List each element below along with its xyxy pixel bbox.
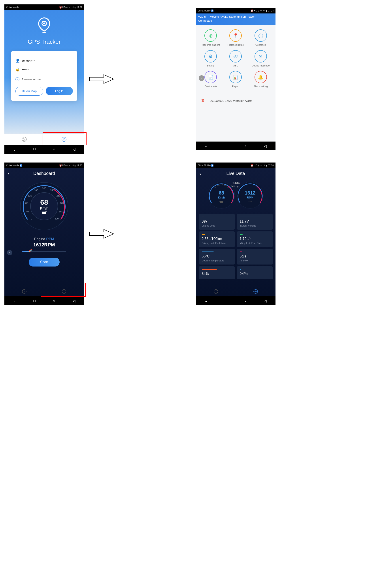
menu-item-setting[interactable]: ⚙Setting — [199, 50, 222, 67]
nav-back-icon[interactable]: ◁ — [73, 299, 75, 303]
status-icons: ⏰ HD ⚙ ᯤ ⁴ᴳ ▮ — [59, 164, 76, 167]
login-card: 👤 057044** 🔒 •••••• ✓ Remember me Baidu … — [11, 51, 77, 101]
dashboard-screen-phone: China Mobile ● ⏰ HD ⚙ ᯤ ⁴ᴳ ▮ 17:28 ‹ Das… — [4, 163, 84, 305]
nav-back-icon[interactable]: ◁ — [73, 147, 75, 151]
svg-text:240: 240 — [50, 189, 54, 192]
nav-recent-icon[interactable]: □ — [225, 299, 227, 303]
nav-down-icon[interactable]: ⌄ — [13, 299, 16, 303]
svg-text:100: 100 — [214, 187, 216, 188]
flow-arrow-icon — [88, 228, 115, 239]
data-card-battery-voltage[interactable]: 11.7VBattery Voltage — [237, 214, 273, 230]
svg-text:68: 68 — [40, 198, 48, 206]
id-login-tab[interactable]: ID — [44, 134, 84, 145]
svg-text:160: 160 — [34, 189, 38, 192]
nav-down-icon[interactable]: ⌄ — [205, 299, 207, 303]
engine-rpm-label: Engine RPM — [4, 237, 84, 241]
nav-recent-icon[interactable]: □ — [33, 147, 36, 151]
nav-home-icon[interactable]: ○ — [53, 299, 55, 303]
status-bar: China Mobile ⏰ HD ⚙ ᯤ ⁴ᴳ ▮ 17:27 — [4, 4, 84, 10]
svg-text:320: 320 — [60, 202, 63, 205]
check-icon: ✓ — [16, 77, 20, 81]
nav-home-icon[interactable]: ○ — [244, 144, 247, 148]
data-card-value[interactable]: 54% — [199, 266, 235, 279]
android-nav-bar: ⌄ □ ○ ◁ — [4, 296, 84, 305]
nav-down-icon[interactable]: ⌄ — [205, 144, 207, 148]
svg-rect-2 — [42, 32, 46, 33]
svg-text:68: 68 — [219, 190, 224, 196]
svg-point-36 — [250, 201, 251, 202]
svg-point-37 — [251, 201, 252, 202]
android-nav-bar: ⌄ □ ○ ◁ — [4, 145, 84, 154]
svg-text:Km/h: Km/h — [218, 196, 224, 199]
nav-home-icon[interactable]: ○ — [244, 299, 247, 303]
svg-text:Km/h: Km/h — [40, 207, 48, 210]
app-title: GPS Tracker — [28, 39, 61, 45]
nav-back-icon[interactable]: ◁ — [264, 144, 267, 148]
status-icons: ⏰ HD ⚙ ᯤ ⁴ᴳ ▮ — [59, 6, 76, 9]
nav-home-icon[interactable]: ○ — [53, 147, 55, 151]
svg-text:250: 250 — [224, 184, 227, 186]
dashboard-tab[interactable] — [196, 286, 236, 296]
menu-item-report[interactable]: 📊Report — [224, 71, 247, 88]
data-card-air-flow[interactable]: 5g/sAir Flow — [237, 249, 273, 265]
svg-text:RPM: RPM — [247, 196, 253, 199]
password-input[interactable]: 🔒 •••••• — [16, 65, 73, 74]
data-card-coolant-temperature[interactable]: 56°CCoolant Temperature — [199, 249, 235, 265]
user-icon: 👤 — [16, 59, 20, 63]
livedata-tab[interactable] — [236, 286, 276, 296]
menu-item-device-message[interactable]: ✉Device message — [249, 50, 272, 67]
device-status-header: V20-5 Moving Awake State,Ignition,Power … — [196, 14, 276, 25]
remember-me-checkbox[interactable]: ✓ Remember me — [16, 74, 73, 84]
rocket-icon: 🚀 — [29, 249, 32, 252]
status-bar: China Mobile ● ⏰ HD ⚙ ᯤ ⁴ᴳ ▮ 17:28 — [196, 163, 276, 168]
twin-gauges: 65Km Mileage 150 200 250 100 300 68 Km/h — [196, 179, 276, 212]
data-card-engine-load[interactable]: 0%Engine Load — [199, 214, 235, 230]
status-time: 17:28 — [268, 9, 274, 12]
svg-point-1 — [43, 22, 45, 24]
livedata-tab[interactable] — [44, 286, 84, 296]
prev-button[interactable]: ‹ — [7, 250, 12, 255]
status-time: 17:27 — [77, 6, 82, 9]
username-input[interactable]: 👤 057044** — [16, 56, 73, 65]
livedata-screen-phone: China Mobile ● ⏰ HD ⚙ ᯤ ⁴ᴳ ▮ 17:28 ‹ Liv… — [196, 163, 276, 305]
svg-text:120: 120 — [28, 194, 32, 197]
data-card-value[interactable]: 0kPa — [237, 266, 273, 279]
baidu-map-button[interactable]: Baidu Map — [16, 87, 43, 96]
svg-point-19 — [30, 192, 58, 220]
menu-item-obd[interactable]: 🏎OBD — [224, 50, 247, 67]
nav-recent-icon[interactable]: □ — [225, 144, 227, 148]
user-login-tab[interactable] — [4, 134, 44, 145]
login-screen-phone: China Mobile ⏰ HD ⚙ ᯤ ⁴ᴳ ▮ 17:27 GPS Tra… — [4, 4, 84, 154]
nav-down-icon[interactable]: ⌄ — [13, 147, 16, 151]
nav-back-icon[interactable]: ◁ — [264, 299, 267, 303]
login-button[interactable]: Log in — [46, 87, 73, 95]
status-time: 17:28 — [268, 164, 274, 167]
dashboard-tab[interactable] — [4, 286, 44, 296]
svg-point-4 — [24, 138, 25, 139]
nav-recent-icon[interactable]: □ — [33, 299, 36, 303]
svg-text:ID: ID — [63, 138, 65, 141]
alarm-notification[interactable]: 2019/04/22 17:09 Vibration Alarm — [196, 94, 276, 107]
scan-button[interactable]: Scan — [29, 258, 60, 267]
menu-item-real-time-tracking[interactable]: ◎Real-time tracking — [199, 29, 222, 46]
carrier-label: China Mobile — [6, 6, 19, 9]
svg-text:150: 150 — [217, 184, 220, 186]
menu-item-alarm-setting[interactable]: 🔔Alarm setting — [249, 71, 272, 88]
speedometer-gauge: 04080120160200240280320360400 68 Km/h — [19, 181, 70, 232]
android-nav-bar: ⌄ □ ○ ◁ — [196, 296, 276, 305]
svg-text:1612: 1612 — [244, 190, 255, 196]
svg-text:0: 0 — [31, 217, 32, 220]
data-card-driving-inst-fuel-rate[interactable]: 2.53L/100kmDriving Inst. Fuel Rate — [199, 231, 235, 247]
menu-item-geofence[interactable]: ◯Geofence — [249, 29, 272, 46]
svg-text:80: 80 — [25, 202, 28, 205]
back-button[interactable]: ‹ — [200, 171, 206, 176]
back-button[interactable]: ‹ — [199, 75, 204, 81]
back-button[interactable]: ‹ — [8, 171, 15, 176]
data-card-idling-inst-fuel-rate[interactable]: 1.72L/hIdling Inst. Fuel Rate — [237, 231, 273, 247]
lock-icon: 🔒 — [16, 67, 20, 72]
svg-text:360: 360 — [59, 210, 63, 213]
menu-item-historical-route[interactable]: 📍Historical route — [224, 29, 247, 46]
svg-text:40: 40 — [26, 210, 29, 213]
svg-text:200: 200 — [221, 184, 223, 185]
svg-text:300: 300 — [227, 187, 230, 188]
